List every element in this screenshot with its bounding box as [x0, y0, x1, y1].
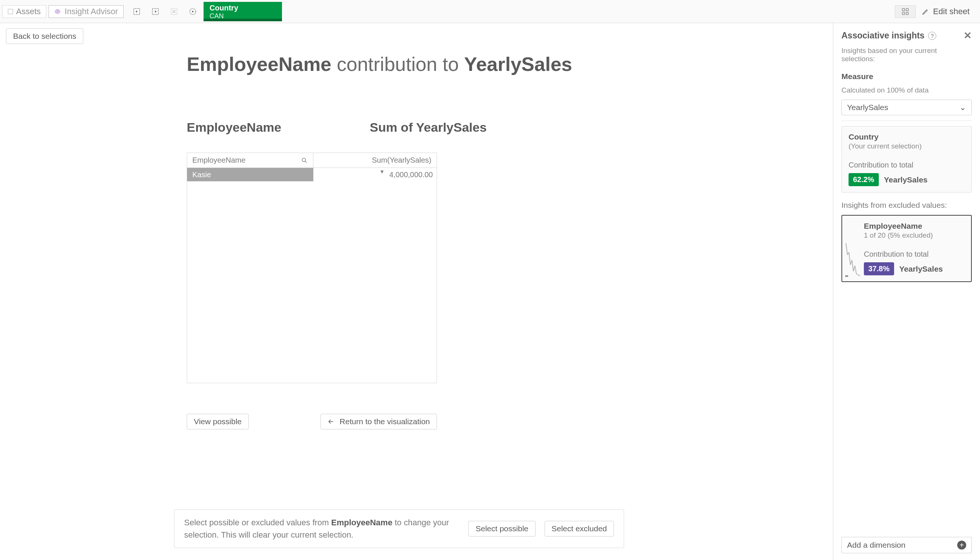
toolbar-right: Edit sheet [895, 5, 975, 18]
selection-tool-group [127, 5, 202, 18]
clear-all-icon [170, 7, 179, 16]
back-to-selections-button[interactable]: Back to selections [6, 28, 83, 44]
column-headers: EmployeeName Sum of YearlySales [187, 120, 810, 135]
svg-point-10 [302, 158, 306, 162]
card-contrib-label: Contribution to total [848, 161, 965, 169]
svg-rect-6 [902, 8, 905, 11]
assets-button[interactable]: Assets [2, 5, 46, 18]
clear-all-button [165, 5, 183, 18]
step-forward-icon [151, 7, 160, 16]
assets-label: Assets [16, 7, 41, 17]
table-header-col2[interactable]: Sum(YearlySales) [313, 153, 436, 168]
measure-label: Measure [841, 72, 972, 81]
plus-icon: + [957, 541, 966, 550]
select-excluded-button[interactable]: Select excluded [545, 521, 614, 537]
top-toolbar: Assets Insight Advisor Country CAN Edit … [0, 0, 980, 23]
row-name: Kasie [187, 168, 313, 181]
sort-desc-icon: ▼ [380, 168, 385, 175]
card-title: EmployeeName [864, 222, 964, 230]
insight-advisor-icon [54, 8, 61, 15]
help-banner: Select possible or excluded values from … [174, 509, 624, 548]
measure-select[interactable]: YearlySales ⌄ [841, 100, 972, 115]
insights-side-panel: Associative insights ? ✕ Insights based … [833, 23, 980, 560]
main-panel: Back to selections EmployeeName contribu… [0, 23, 833, 560]
edit-sheet-label: Edit sheet [933, 7, 970, 17]
col2-label: Sum(YearlySales) [372, 156, 431, 165]
row-value: 4,000,000.00 [389, 170, 433, 179]
measure-value: YearlySales [847, 103, 888, 112]
sparkline-icon [845, 240, 860, 277]
add-dimension-label: Add a dimension [847, 541, 905, 550]
selection-value: CAN [209, 12, 276, 20]
title-dimension: EmployeeName [187, 53, 331, 75]
help-text: Select possible or excluded values from … [184, 517, 459, 541]
step-forward-button[interactable] [146, 5, 165, 18]
selection-bar-icon [204, 19, 247, 21]
svg-rect-9 [906, 12, 908, 15]
contribution-measure: YearlySales [884, 175, 928, 184]
title-measure: YearlySales [464, 53, 572, 75]
card-sub: (Your current selection) [848, 142, 965, 150]
svg-rect-7 [906, 8, 908, 11]
insight-card-country[interactable]: Country (Your current selection) Contrib… [841, 126, 972, 193]
contribution-badge: 37.8% [864, 262, 894, 275]
close-icon[interactable]: ✕ [963, 30, 972, 42]
svg-rect-8 [902, 12, 905, 15]
data-table: EmployeeName Sum(YearlySales) Kasie ▼ 4,… [187, 153, 437, 383]
excluded-section-header: Insights from excluded values: [841, 201, 972, 210]
help-icon[interactable]: ? [928, 32, 936, 40]
step-back-button[interactable] [127, 5, 146, 18]
search-icon[interactable] [301, 157, 308, 164]
title-mid: contribution to [331, 53, 464, 75]
side-panel-header: Associative insights ? ✕ [841, 30, 972, 42]
return-label: Return to the visualization [339, 417, 430, 426]
table-header: EmployeeName Sum(YearlySales) [187, 153, 436, 168]
selection-chip-country[interactable]: Country CAN [204, 2, 282, 21]
back-label: Back to selections [13, 32, 76, 41]
chevron-down-icon: ⌄ [960, 103, 966, 112]
svg-rect-11 [845, 275, 848, 277]
insight-card-employeename[interactable]: EmployeeName 1 of 20 (5% excluded) Contr… [841, 215, 972, 282]
view-possible-button[interactable]: View possible [187, 414, 249, 429]
card-sub: 1 of 20 (5% excluded) [864, 231, 964, 240]
pencil-icon [922, 8, 929, 15]
view-possible-label: View possible [194, 417, 242, 426]
add-dimension-button[interactable]: Add a dimension + [841, 537, 972, 553]
measure-hint: Calculated on 100% of data [841, 86, 972, 94]
table-empty-area [187, 181, 436, 383]
grid-view-button[interactable] [895, 5, 916, 18]
divider [841, 120, 972, 121]
insight-advisor-label: Insight Advisor [65, 7, 118, 17]
selection-tool-button[interactable] [183, 5, 202, 18]
right-column-header: Sum of YearlySales [370, 120, 487, 135]
insight-advisor-button[interactable]: Insight Advisor [48, 5, 124, 18]
selection-field: Country [209, 4, 276, 12]
table-row[interactable]: Kasie ▼ 4,000,000.00 [187, 168, 436, 181]
table-header-col1[interactable]: EmployeeName [187, 153, 313, 168]
return-icon [328, 418, 335, 425]
select-possible-button[interactable]: Select possible [468, 521, 535, 537]
assets-icon [8, 9, 13, 14]
col1-label: EmployeeName [192, 156, 245, 165]
edit-sheet-button[interactable]: Edit sheet [916, 5, 975, 18]
page-title: EmployeeName contribution to YearlySales [187, 53, 810, 75]
contribution-badge: 62.2% [848, 173, 879, 186]
selection-tool-icon [188, 7, 197, 16]
step-back-icon [132, 7, 141, 16]
left-column-header: EmployeeName [187, 120, 370, 135]
return-visualization-button[interactable]: Return to the visualization [320, 414, 437, 429]
side-title: Associative insights [841, 31, 924, 41]
side-subtitle: Insights based on your current selection… [841, 47, 972, 63]
contribution-measure: YearlySales [899, 265, 943, 273]
svg-point-0 [57, 10, 59, 12]
card-contrib-label: Contribution to total [864, 250, 964, 258]
grid-icon [901, 8, 909, 15]
svg-point-5 [192, 11, 194, 12]
card-title: Country [848, 132, 965, 142]
